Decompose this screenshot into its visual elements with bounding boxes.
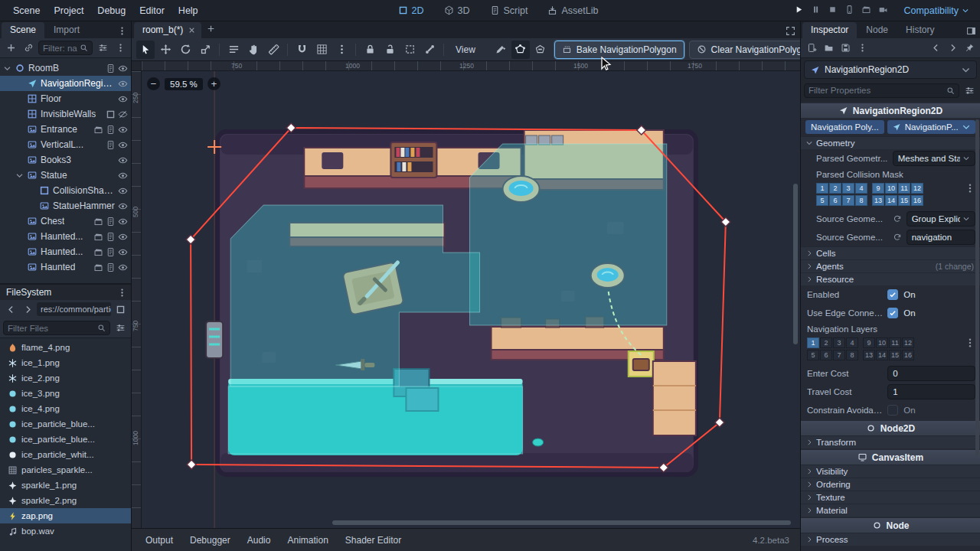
zoom-level[interactable]: 59.5 %	[165, 78, 203, 90]
tree-item-chest[interactable]: Chest	[0, 214, 131, 229]
mask-bit-10[interactable]: 10	[885, 183, 897, 194]
text-field[interactable]: navigation	[906, 230, 975, 245]
mask-bit-13[interactable]: 13	[863, 350, 875, 360]
tree-item-books3[interactable]: Books3	[0, 152, 131, 168]
tree-item-haunted[interactable]: Haunted...	[0, 229, 131, 244]
file-item-ice-particle-blue[interactable]: ice_particle_blue...	[0, 432, 131, 447]
workspace-assetlib[interactable]: AssetLib	[540, 3, 606, 18]
category-navigationregion2d[interactable]: NavigationRegion2D	[801, 103, 980, 118]
dropdown-group-explicit[interactable]: Group Explicit	[906, 211, 975, 227]
rotate-tool[interactable]	[176, 41, 194, 59]
pause-button[interactable]	[808, 2, 824, 19]
smart-snap-toggle[interactable]	[292, 41, 311, 59]
panel-debugger[interactable]: Debugger	[182, 531, 238, 549]
mask-bit-16[interactable]: 16	[911, 195, 923, 206]
resource-property-label[interactable]: Navigation Poly...	[805, 120, 884, 134]
category-canvasitem[interactable]: CanvasItem	[801, 450, 980, 465]
mask-bit-5[interactable]: 5	[807, 350, 819, 360]
mask-bit-12[interactable]: 12	[902, 337, 914, 348]
instance-scene-button[interactable]	[21, 41, 36, 56]
resource-options-button[interactable]	[854, 41, 870, 56]
play-button[interactable]	[791, 2, 807, 19]
mask-bit-13[interactable]: 13	[872, 195, 884, 206]
mask-bit-1[interactable]: 1	[807, 337, 819, 348]
workspace-2d[interactable]: 2D	[390, 3, 432, 18]
mask-bit-7[interactable]: 7	[833, 350, 845, 360]
mask-bit-6[interactable]: 6	[820, 350, 832, 360]
mask-bit-8[interactable]: 8	[846, 350, 858, 360]
remote-debug-button[interactable]	[841, 2, 858, 19]
workspace-3d[interactable]: 3D	[436, 3, 478, 18]
ruler-tool[interactable]	[264, 41, 283, 59]
stop-button[interactable]	[825, 2, 841, 19]
mask-bit-3[interactable]: 3	[833, 337, 845, 348]
mask-bit-11[interactable]: 11	[889, 337, 901, 348]
select-tool[interactable]	[136, 41, 155, 59]
revert-button[interactable]	[893, 232, 903, 243]
dropdown-meshes-and-sta[interactable]: Meshes and Sta...	[893, 151, 975, 166]
checkbox-use-edge-connecti[interactable]: On	[887, 308, 975, 318]
list-select-tool[interactable]	[224, 41, 243, 59]
file-sort-button[interactable]	[113, 321, 128, 336]
renderer-select[interactable]: Compatibility	[899, 3, 974, 18]
history-forward-button[interactable]	[945, 41, 960, 56]
file-item-zap-png[interactable]: zap.png	[0, 508, 131, 523]
group-visibility[interactable]: Visibility	[801, 465, 980, 478]
tree-item-floor[interactable]: Floor	[0, 91, 131, 106]
spin-field[interactable]: 1	[887, 384, 975, 399]
new-scene-tab-button[interactable]	[203, 22, 219, 38]
property-tools-button[interactable]	[962, 83, 977, 98]
close-icon[interactable]	[188, 27, 195, 34]
tree-item-roomb[interactable]: RoomB	[0, 60, 131, 76]
tree-item-statuehammer[interactable]: StatueHammer	[0, 198, 131, 214]
filesystem-menu-button[interactable]	[114, 285, 129, 300]
group-material[interactable]: Material	[801, 504, 980, 517]
scene-filter-field[interactable]	[43, 44, 77, 53]
pin-inspector-button[interactable]	[962, 41, 977, 56]
panel-animation[interactable]: Animation	[279, 531, 335, 549]
tab-import[interactable]: Import	[45, 22, 88, 38]
view-menu-button[interactable]: View	[449, 42, 482, 57]
file-item-ice-1-png[interactable]: ice_1.png	[0, 355, 131, 370]
mask-bit-9[interactable]: 9	[863, 337, 875, 348]
mask-bit-15[interactable]: 15	[898, 195, 910, 206]
group-ordering[interactable]: Ordering	[801, 478, 980, 491]
canvas[interactable]: 7501000125015001750 25050075010001250 − …	[132, 61, 800, 528]
movie-mode-button[interactable]	[875, 2, 891, 19]
save-resource-button[interactable]	[838, 41, 853, 56]
panel-shader-editor[interactable]: Shader Editor	[338, 531, 409, 549]
file-item-ice-3-png[interactable]: ice_3.png	[0, 386, 131, 401]
mask-bit-2[interactable]: 2	[829, 183, 841, 194]
menu-editor[interactable]: Editor	[132, 2, 172, 19]
file-item-ice-particle-whit[interactable]: ice_particle_whit...	[0, 447, 131, 462]
tree-item-verticall[interactable]: VerticalL...	[0, 137, 131, 152]
zoom-out-button[interactable]: −	[147, 77, 160, 90]
group-transform[interactable]: Transform	[801, 435, 980, 448]
resource-picker[interactable]: NavigationP...	[887, 120, 975, 134]
file-item-sparkle-2-png[interactable]: sparkle_2.png	[0, 493, 131, 508]
mask-bit-1[interactable]: 1	[816, 183, 828, 194]
dots-vertical-icon[interactable]	[965, 183, 975, 194]
menu-project[interactable]: Project	[47, 2, 90, 19]
move-tool[interactable]	[156, 41, 175, 59]
workspace-script[interactable]: Script	[482, 3, 536, 18]
group-geometry[interactable]: Geometry	[801, 136, 980, 149]
file-item-paricles-sparkle[interactable]: paricles_sparkle...	[0, 462, 131, 478]
pan-tool[interactable]	[244, 41, 263, 59]
group-agents[interactable]: Agents(1 change)	[801, 259, 980, 272]
spin-field[interactable]: 0	[887, 366, 975, 381]
revert-button[interactable]	[893, 214, 903, 224]
lock-node-button[interactable]	[361, 41, 379, 59]
tree-item-statue[interactable]: Statue	[0, 168, 131, 183]
inspector-scrollbar[interactable]	[975, 119, 979, 456]
mask-bit-15[interactable]: 15	[889, 350, 901, 360]
mask-bit-3[interactable]: 3	[842, 183, 854, 194]
property-filter-input[interactable]	[804, 83, 959, 98]
file-item-sparkle-1-png[interactable]: sparkle_1.png	[0, 478, 131, 493]
group-resource[interactable]: Resource	[801, 272, 980, 285]
file-item-ice-2-png[interactable]: ice_2.png	[0, 370, 131, 386]
load-resource-button[interactable]	[821, 41, 836, 56]
tree-item-haunted[interactable]: Haunted...	[0, 244, 131, 259]
scene-canvas[interactable]	[132, 61, 800, 528]
group-cells[interactable]: Cells	[801, 246, 980, 259]
